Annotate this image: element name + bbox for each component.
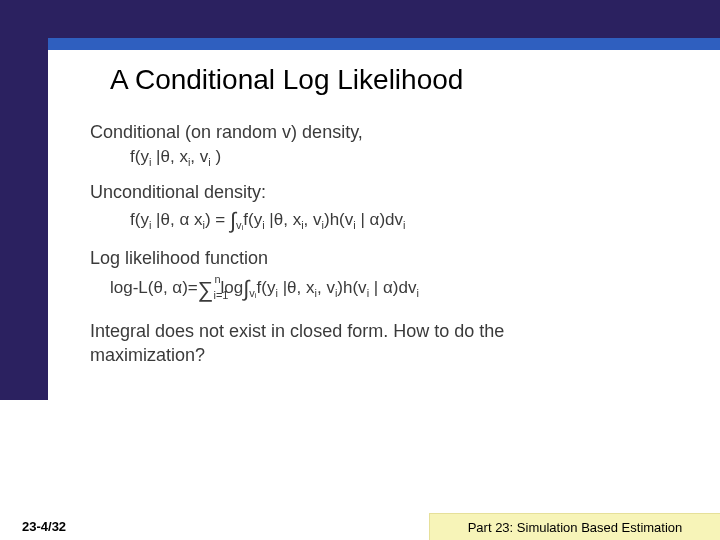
closing-question-group: Integral does not exist in closed form. … <box>90 319 650 368</box>
text-closing-line2: maximization? <box>90 343 650 367</box>
text-conditional-density: Conditional (on random v) density, <box>90 120 650 144</box>
text-unconditional-density: Unconditional density: <box>90 180 650 204</box>
eq-log-likelihood: log-L(θ, α)=∑i=1nlog∫vif(yi |θ, xi, vi)h… <box>110 272 650 305</box>
top-bar <box>0 0 720 38</box>
part-label-box: Part 23: Simulation Based Estimation <box>429 513 720 540</box>
slide-title: A Conditional Log Likelihood <box>110 64 463 96</box>
eq-conditional-density: f(yi |θ, xi, vi ) <box>130 146 650 170</box>
text-closing-line1: Integral does not exist in closed form. … <box>90 319 650 343</box>
footer: 23-4/32 Part 23: Simulation Based Estima… <box>0 514 720 540</box>
slide-number: 23-4/32 <box>22 519 66 534</box>
text-log-likelihood: Log likelihood function <box>90 246 650 270</box>
part-label: Part 23: Simulation Based Estimation <box>468 520 683 535</box>
log-likelihood-group: Log likelihood function log-L(θ, α)=∑i=1… <box>90 246 650 305</box>
sum-icon: ∑ <box>198 277 214 302</box>
eq-unconditional-density: f(yi |θ, α xi) = ∫vif(yi |θ, xi, vi)h(vi… <box>130 206 650 236</box>
slide-content: Conditional (on random v) density, f(yi … <box>90 120 650 378</box>
left-column <box>0 0 48 400</box>
slide: A Conditional Log Likelihood Conditional… <box>0 0 720 540</box>
unconditional-density-group: Unconditional density: f(yi |θ, α xi) = … <box>90 180 650 236</box>
conditional-density-group: Conditional (on random v) density, f(yi … <box>90 120 650 170</box>
accent-strip <box>48 38 720 50</box>
